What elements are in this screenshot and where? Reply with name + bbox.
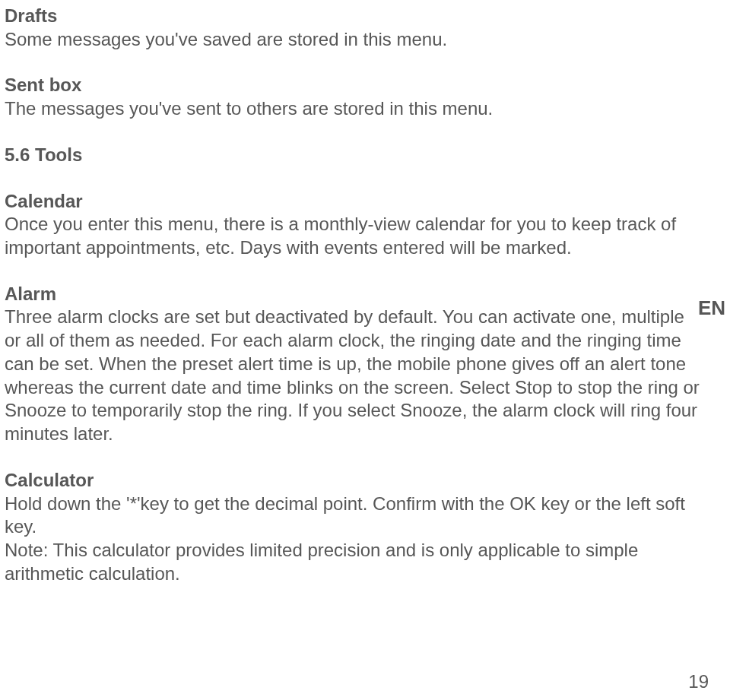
- page-number: 19: [688, 670, 709, 694]
- section-calculator: Calculator Hold down the '*'key to get t…: [5, 469, 704, 586]
- section-sentbox: Sent box The messages you've sent to oth…: [5, 74, 704, 120]
- section-calendar: Calendar Once you enter this menu, there…: [5, 190, 704, 260]
- body-calculator-1: Hold down the '*'key to get the decimal …: [5, 493, 704, 539]
- heading-calendar: Calendar: [5, 190, 704, 214]
- heading-calculator: Calculator: [5, 469, 704, 493]
- heading-drafts: Drafts: [5, 5, 704, 28]
- section-alarm: Alarm Three alarm clocks are set but dea…: [5, 283, 704, 446]
- body-alarm: Three alarm clocks are set but deactivat…: [5, 306, 704, 445]
- page-content: Drafts Some messages you've saved are st…: [5, 5, 704, 585]
- heading-tools: 5.6 Tools: [5, 144, 704, 167]
- body-calendar: Once you enter this menu, there is a mon…: [5, 213, 704, 259]
- body-sentbox: The messages you've sent to others are s…: [5, 97, 704, 121]
- heading-alarm: Alarm: [5, 283, 704, 306]
- language-tag: EN: [698, 296, 725, 321]
- body-calculator-2: Note: This calculator provides limited p…: [5, 539, 704, 585]
- section-tools-heading: 5.6 Tools: [5, 144, 704, 167]
- heading-sentbox: Sent box: [5, 74, 704, 97]
- section-drafts: Drafts Some messages you've saved are st…: [5, 5, 704, 51]
- body-drafts: Some messages you've saved are stored in…: [5, 28, 704, 52]
